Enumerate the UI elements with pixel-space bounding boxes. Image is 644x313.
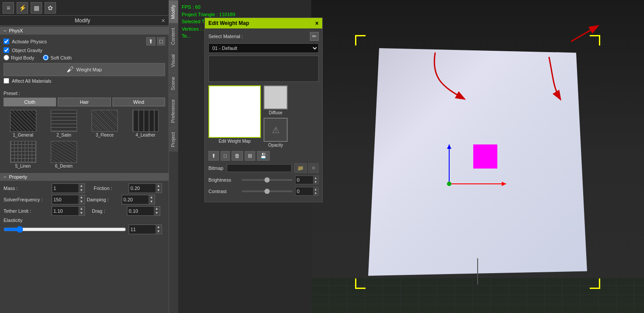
contrast-input[interactable] bbox=[296, 188, 313, 194]
activate-physics-checkbox[interactable] bbox=[4, 39, 9, 44]
tether-down[interactable]: ▼ bbox=[78, 211, 84, 215]
preset-label-denim: 6_Denim bbox=[55, 164, 73, 169]
solver-down[interactable]: ▼ bbox=[78, 200, 84, 204]
tether-up[interactable]: ▲ bbox=[78, 207, 84, 211]
tether-spinner: ▲ ▼ bbox=[78, 207, 84, 215]
preset-item-general[interactable]: 1_General bbox=[4, 110, 42, 137]
left-panel: ≡ ⚡ ▦ ✿ Modify × − PhysX Activate Physic… bbox=[0, 0, 169, 313]
opacity-thumb-item: ⚠ Opacity bbox=[264, 118, 288, 148]
side-tab-visual[interactable]: Visual bbox=[169, 49, 179, 72]
copy-btn[interactable]: □ bbox=[157, 37, 165, 46]
toolbar-icon-2[interactable]: ⚡ bbox=[17, 2, 28, 14]
preset-item-denim[interactable]: 6_Denim bbox=[44, 141, 83, 169]
preset-tab-cloth[interactable]: Cloth bbox=[4, 98, 56, 106]
dlg-export-btn[interactable]: ⬆ bbox=[208, 151, 219, 161]
elasticity-value-wrap: ▲ ▼ bbox=[129, 225, 162, 234]
preset-item-linen[interactable]: 5_Linen bbox=[4, 141, 42, 169]
affect-all-checkbox[interactable] bbox=[4, 78, 9, 84]
solver-input[interactable] bbox=[52, 197, 78, 203]
toolbar-icon-3[interactable]: ▦ bbox=[31, 2, 42, 14]
soft-cloth-radio[interactable] bbox=[43, 55, 49, 60]
brightness-thumb[interactable] bbox=[264, 177, 270, 183]
elasticity-slider[interactable] bbox=[4, 226, 126, 233]
preset-section: Preset : Cloth Hair Wind 1_General 2_Sat… bbox=[0, 88, 169, 171]
friction-up[interactable]: ▲ bbox=[155, 184, 162, 188]
weight-map-button[interactable]: 🖌 Weight Map bbox=[4, 63, 165, 76]
dlg-delete-btn[interactable]: 🗑 bbox=[232, 151, 243, 161]
solver-up[interactable]: ▲ bbox=[78, 195, 84, 200]
dialog-toolbar: ⬆ □ 🗑 ⊞ 💾 bbox=[208, 151, 319, 161]
damping-up[interactable]: ▲ bbox=[148, 195, 155, 200]
preset-item-fleece[interactable]: 3_Fleece bbox=[85, 110, 124, 137]
brightness-input[interactable] bbox=[296, 177, 313, 183]
material-dropdown[interactable]: 01 - Default bbox=[208, 43, 319, 53]
bitmap-clear-btn[interactable]: ✕ bbox=[308, 163, 319, 173]
damping-input[interactable] bbox=[122, 197, 148, 203]
svg-marker-3 bbox=[502, 182, 506, 186]
side-tab-scene[interactable]: Scene bbox=[169, 72, 179, 95]
elasticity-input[interactable] bbox=[129, 226, 155, 232]
mass-input[interactable] bbox=[52, 185, 78, 191]
corner-bl bbox=[355, 278, 366, 289]
side-tab-project[interactable]: Project bbox=[169, 127, 179, 151]
svg-point-4 bbox=[447, 182, 451, 186]
side-tab-preference[interactable]: Preference bbox=[169, 95, 179, 127]
contrast-up[interactable]: ▲ bbox=[313, 187, 318, 191]
material-list-area bbox=[208, 56, 319, 82]
side-tab-content[interactable]: Content bbox=[169, 23, 179, 49]
panel-close-btn[interactable]: × bbox=[162, 17, 165, 24]
svg-marker-1 bbox=[447, 144, 451, 149]
object-gravity-checkbox[interactable] bbox=[4, 47, 9, 53]
damping-down[interactable]: ▼ bbox=[148, 200, 155, 204]
opacity-thumb[interactable]: ⚠ bbox=[264, 118, 288, 142]
drag-down[interactable]: ▼ bbox=[154, 211, 160, 215]
export-btn[interactable]: ⬆ bbox=[146, 37, 155, 46]
eyedropper-btn[interactable]: ✏ bbox=[310, 32, 319, 41]
solver-input-wrap: ▲ ▼ bbox=[52, 195, 85, 204]
preset-label-satin: 2_Satin bbox=[56, 133, 71, 137]
preset-item-satin[interactable]: 2_Satin bbox=[44, 110, 83, 137]
dlg-save-btn[interactable]: 💾 bbox=[257, 151, 270, 161]
friction-input[interactable] bbox=[129, 185, 155, 191]
drag-up[interactable]: ▲ bbox=[154, 207, 160, 211]
thumbs-row: Edit Weight Map Diffuse ⚠ Opacity bbox=[208, 85, 319, 148]
edit-weight-map-thumb[interactable] bbox=[208, 85, 261, 138]
elasticity-up[interactable]: ▲ bbox=[155, 225, 162, 229]
bitmap-input[interactable] bbox=[227, 164, 292, 172]
preset-tab-hair[interactable]: Hair bbox=[58, 98, 110, 106]
drag-input-wrap: ▲ ▼ bbox=[127, 206, 160, 216]
mass-up[interactable]: ▲ bbox=[78, 184, 84, 188]
brightness-up[interactable]: ▲ bbox=[313, 176, 318, 180]
friction-down[interactable]: ▼ bbox=[155, 188, 162, 193]
preset-item-leather[interactable]: 4_Leather bbox=[126, 110, 165, 137]
brightness-down[interactable]: ▼ bbox=[313, 180, 318, 184]
friction-spinner: ▲ ▼ bbox=[155, 184, 162, 193]
rigid-body-radio[interactable] bbox=[4, 55, 9, 60]
tether-drag-row: Tether Limit : ▲ ▼ Drag : ▲ ▼ bbox=[4, 206, 165, 216]
triangles-stat: Project Triangle : 110189 bbox=[182, 11, 236, 18]
diffuse-thumb[interactable] bbox=[264, 85, 288, 109]
rigid-body-label: Rigid Body bbox=[11, 55, 34, 60]
side-tab-modify[interactable]: Modify bbox=[169, 0, 179, 23]
elasticity-down[interactable]: ▼ bbox=[155, 229, 162, 234]
drag-input[interactable] bbox=[127, 208, 154, 214]
tether-input[interactable] bbox=[52, 208, 78, 214]
panel-header: Modify × bbox=[0, 16, 169, 26]
mass-down[interactable]: ▼ bbox=[78, 188, 84, 193]
preset-tab-wind[interactable]: Wind bbox=[113, 98, 165, 106]
brightness-label: Brightness bbox=[208, 177, 239, 183]
dlg-expand-btn[interactable]: ⊞ bbox=[245, 151, 255, 161]
dlg-copy-btn[interactable]: □ bbox=[221, 151, 230, 161]
bitmap-load-btn[interactable]: 📁 bbox=[294, 163, 307, 173]
mass-spinner: ▲ ▼ bbox=[78, 184, 84, 193]
contrast-down[interactable]: ▼ bbox=[313, 191, 318, 195]
contrast-thumb[interactable] bbox=[264, 189, 270, 194]
select-material-label: Select Material : bbox=[208, 34, 243, 39]
toolbar-icon-4[interactable]: ✿ bbox=[45, 2, 56, 14]
activate-physics-row: Activate Physics ⬆ □ bbox=[4, 37, 165, 46]
dialog-close-btn[interactable]: × bbox=[315, 20, 319, 27]
toolbar-icon-1[interactable]: ≡ bbox=[3, 2, 14, 14]
preset-thumb-linen bbox=[10, 141, 36, 163]
edit-weight-map-thumb-item: Edit Weight Map bbox=[208, 85, 261, 148]
fps-stat: FPS : 60 bbox=[182, 4, 236, 11]
